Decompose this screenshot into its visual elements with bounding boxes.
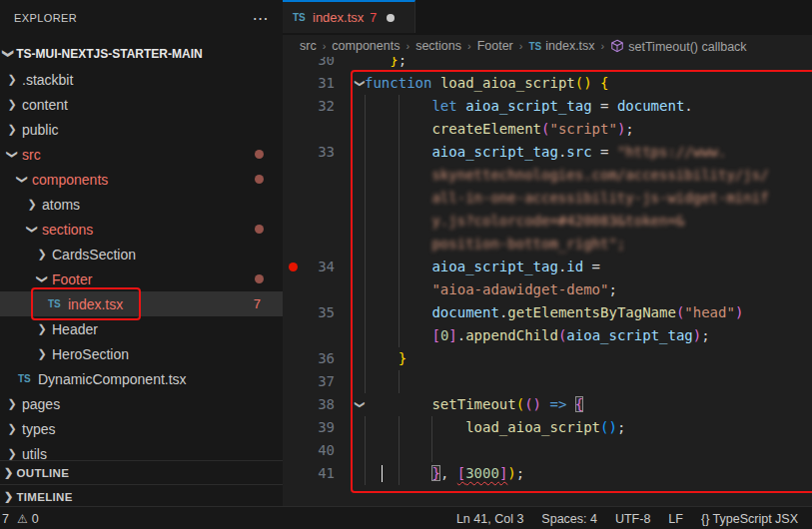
breadcrumb-item-components[interactable]: components [332,39,400,53]
status-item-spaces-4[interactable]: Spaces: 4 [541,512,597,526]
text-cursor [382,465,384,482]
chevron-down-icon: ❯ [6,147,19,163]
tree-item-label: HeroSection [52,346,129,362]
timeline-section-header[interactable]: ❯ TIMELINE [0,484,283,506]
tree-item-sections[interactable]: ❯sections [0,217,283,242]
tree-item-types[interactable]: ❯types [0,416,283,441]
tree-item-label: atoms [42,197,80,213]
tree-item-atoms[interactable]: ❯atoms [0,192,283,217]
breadcrumb-label: index.tsx [545,39,594,53]
tree-item-label: CardsSection [52,247,136,263]
chevron-right-icon: ❯ [4,490,14,503]
vscode-window: EXPLORER ⋯ ❯ TS-MUI-NEXTJS-STARTER-MAIN … [0,0,812,529]
indent-guide [365,416,366,439]
typescript-file-icon: TS [18,373,36,384]
explorer-header: EXPLORER ⋯ [0,0,283,36]
status-item-utf-8[interactable]: UTF-8 [615,512,650,526]
indent-guide [365,141,366,164]
indent-guide [399,95,400,118]
modified-dot-badge [255,150,264,159]
status-item-ln-41-col-3[interactable]: Ln 41, Col 3 [456,512,523,526]
status-item-typescript-jsx[interactable]: {} TypeScript JSX [701,512,798,526]
indent-guide [365,324,366,347]
more-actions-icon[interactable]: ⋯ [253,9,269,28]
breadcrumb-item-sections[interactable]: sections [415,39,461,53]
unsaved-changes-dot[interactable] [387,14,395,22]
indent-guide [365,95,366,118]
breadcrumb-item-settimeout-callback[interactable]: setTimeout() callback [610,39,746,54]
indent-guide [399,439,400,462]
tree-item-pages[interactable]: ❯pages [0,391,283,416]
code-editor[interactable]: 30 };31❯function load_aioa_script() {32 … [283,49,812,485]
chevron-separator-icon: › [323,40,327,52]
indent-guide [365,347,366,370]
indent-guide [365,210,366,233]
tree-item-label: sections [42,222,93,238]
tree-item-footer[interactable]: ❯Footer [0,266,283,291]
breakpoint-icon[interactable] [289,263,298,271]
indent-guide [365,301,366,324]
tree-item-label: pages [22,396,60,412]
chevron-separator-icon: › [467,40,471,52]
breadcrumb-item-footer[interactable]: Footer [477,39,513,53]
indent-guide [399,141,400,164]
code-row-32: 32 let aioa_script_tag = document. [283,95,812,118]
line-number: 31 [283,72,335,95]
tree-item-components[interactable]: ❯components [0,167,283,192]
tree-item-herosection[interactable]: ❯HeroSection [0,341,283,366]
indent-guide [399,301,400,324]
indent-guide [365,233,366,256]
tree-item-label: content [22,97,68,113]
indent-guide [365,462,366,485]
fold-chevron-icon[interactable]: ❯ [353,72,367,95]
code-row-wrap: all-in-one-accessibility-js-widget-minif [283,187,812,210]
tree-item-stackbit[interactable]: ❯.stackbit [0,67,283,92]
fold-chevron-icon[interactable]: ❯ [353,393,367,416]
outline-section-header[interactable]: ❯ OUTLINE [0,460,283,484]
line-number: 36 [283,347,335,370]
explorer-title: EXPLORER [14,12,77,24]
chevron-right-icon: ❯ [4,73,20,86]
breadcrumb-item-index-tsx[interactable]: TSindex.tsx [528,39,594,53]
typescript-file-icon: TS [528,41,541,52]
workspace-root-row[interactable]: ❯ TS-MUI-NEXTJS-STARTER-MAIN [0,42,283,65]
tree-item-header[interactable]: ❯Header [0,316,283,341]
tree-item-label: public [22,122,59,138]
line-number: 41 [283,462,335,485]
indent-guide [399,187,400,210]
breadcrumb-item-src[interactable]: src [300,39,317,53]
indent-guide [399,233,400,256]
status-bar: 7 ⚠ 0 Ln 41, Col 3Spaces: 4UTF-8LF{} Typ… [0,506,812,529]
code-row-38: 38❯ setTimeout(() => { [283,393,812,416]
code-row-wrap: skynettechnologies.com/accessibility/js/ [283,164,812,187]
indent-guide [431,416,432,439]
tree-item-dynamiccomponent-tsx[interactable]: TSDynamicComponent.tsx [0,366,283,391]
code-row-34: 34 aioa_script_tag.id = [283,256,812,278]
chevron-separator-icon: › [406,40,409,52]
chevron-right-icon: ❯ [4,98,20,111]
code-row-36: 36 } [283,347,812,370]
code-row-39: 39 load_aioa_script(); [283,416,812,439]
tree-item-index-tsx[interactable]: TSindex.tsx7 [0,291,283,316]
status-item-lf[interactable]: LF [668,512,683,526]
chevron-down-icon: ❯ [2,49,15,58]
problems-indicator[interactable]: 7 ⚠ 0 [0,512,39,526]
code-row-31: 31❯function load_aioa_script() { [283,72,812,95]
code-row-wrap: "aioa-adawidget-demo"; [283,278,812,301]
tree-item-public[interactable]: ❯public [0,117,283,142]
chevron-right-icon: ❯ [34,248,50,261]
indent-guide [399,256,400,278]
tab-index-tsx[interactable]: TS index.tsx 7 [283,0,415,33]
line-number: 32 [283,95,335,118]
tree-item-src[interactable]: ❯src [0,142,283,167]
warning-count: 0 [32,512,39,526]
indent-guide [365,278,366,301]
chevron-right-icon: ❯ [4,466,14,479]
code-row-wrap: [0].appendChild(aioa_script_tag); [283,324,812,347]
tree-item-cardssection[interactable]: ❯CardsSection [0,242,283,266]
tree-item-content[interactable]: ❯content [0,92,283,117]
typescript-file-icon: TS [293,12,313,23]
chevron-right-icon: ❯ [4,447,20,460]
tree-item-label: types [22,421,55,437]
outline-label: OUTLINE [17,467,70,479]
